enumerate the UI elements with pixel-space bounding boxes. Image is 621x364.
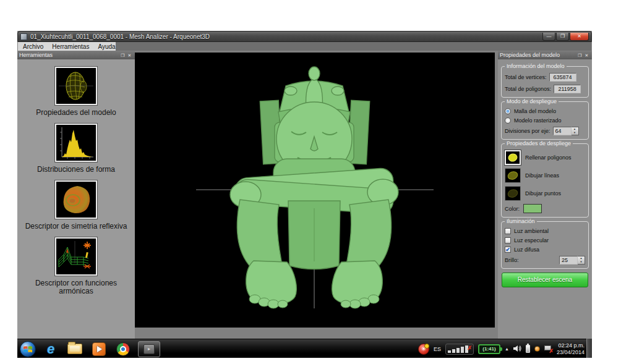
reset-scene-button[interactable]: Restablecer escena bbox=[502, 273, 588, 287]
divisions-spinner[interactable]: 64 ▲ ▼ bbox=[553, 127, 579, 135]
polygons-label: Total de poligonos: bbox=[505, 86, 551, 92]
xiuhtecuhtli-3d-model bbox=[135, 53, 495, 328]
title-bar[interactable]: 01_Xiuhtecuhtli_0011_0068_0001 - Mesh An… bbox=[17, 31, 592, 42]
update-tray-icon[interactable] bbox=[534, 346, 540, 352]
close-panel-icon[interactable]: ✕ bbox=[583, 52, 590, 59]
ie-icon: e bbox=[47, 342, 54, 356]
media-player-icon bbox=[92, 342, 106, 356]
divisions-value[interactable]: 64 bbox=[553, 127, 572, 135]
network-disconnected-icon[interactable]: ✗ bbox=[544, 345, 552, 353]
color-swatch[interactable] bbox=[523, 204, 542, 213]
color-label: Color: bbox=[505, 206, 520, 212]
symmetry-blob-thumbnail-icon[interactable] bbox=[55, 180, 97, 219]
group-title: Iluminación bbox=[505, 218, 537, 224]
tool-descriptor-funciones-armonicas[interactable]: Descriptor con funciones armónicas bbox=[17, 237, 135, 295]
fill-polygons-row: Rellenar poligonos bbox=[505, 150, 585, 165]
menu-archivo[interactable]: Archivo bbox=[23, 43, 43, 50]
radio-icon[interactable] bbox=[505, 117, 511, 124]
properties-panel-title: Propiedades del modelo bbox=[500, 52, 576, 58]
tools-panel-title: Herramientas bbox=[19, 52, 119, 58]
wireframe-head-thumbnail-icon[interactable] bbox=[55, 67, 97, 105]
tool-propiedades-del-modelo[interactable]: Propiedades del modelo bbox=[17, 67, 135, 117]
checkbox-icon[interactable]: ✔ bbox=[505, 237, 511, 243]
mesh-analizer-app-icon: ▸ bbox=[143, 344, 155, 354]
group-title: Modo de despliegue bbox=[505, 98, 559, 104]
maximize-button[interactable]: ❐ bbox=[556, 33, 569, 41]
start-button[interactable] bbox=[20, 341, 36, 357]
internet-explorer-taskbar-icon[interactable]: e bbox=[41, 341, 60, 357]
fill-polygons-button[interactable] bbox=[505, 150, 521, 165]
chrome-taskbar-icon[interactable] bbox=[114, 341, 132, 357]
model-info-group: Información del modelo Total de vertices… bbox=[501, 66, 589, 98]
float-panel-icon[interactable]: ❐ bbox=[119, 52, 126, 59]
taskbar: e ▸ ✳ ES ✗ (1:41) ▲ bbox=[17, 339, 592, 358]
tools-panel: Herramientas ❐ ✕ bbox=[17, 51, 135, 339]
divisions-label: Divisiones por eje: bbox=[505, 128, 550, 134]
checkbox-luz-ambiental[interactable]: ✔ Luz ambiental bbox=[505, 228, 585, 234]
brightness-value[interactable]: 25 bbox=[559, 256, 578, 265]
window-title: 01_Xiuhtecuhtli_0011_0068_0001 - Mesh An… bbox=[30, 33, 540, 40]
tools-panel-header: Herramientas ❐ ✕ bbox=[17, 51, 135, 59]
tool-label: Descriptor de simetria reflexiva bbox=[25, 222, 127, 231]
tool-label: Distribuciones de forma bbox=[37, 166, 115, 174]
draw-points-button[interactable] bbox=[505, 186, 521, 201]
display-mode-group: Modo de despliegue Malla del modelo Mode… bbox=[501, 101, 589, 140]
show-desktop-button[interactable] bbox=[586, 339, 592, 358]
app-icon bbox=[20, 33, 27, 40]
battery-meter-widget[interactable]: (1:41) bbox=[478, 344, 500, 354]
notification-app-icon[interactable]: ✳ bbox=[418, 344, 429, 355]
file-explorer-taskbar-icon[interactable] bbox=[66, 341, 84, 357]
taskbar-clock[interactable]: 02:24 p.m. 23/04/2014 bbox=[557, 342, 585, 356]
vertices-value: 635874 bbox=[549, 73, 576, 82]
checkbox-luz-difusa[interactable]: ✔ Luz difusa bbox=[505, 247, 585, 253]
draw-lines-button[interactable] bbox=[505, 168, 521, 183]
close-button[interactable]: ✕ bbox=[570, 33, 589, 41]
brightness-spinner[interactable]: 25 ▲ ▼ bbox=[559, 256, 585, 265]
application-window: 01_Xiuhtecuhtli_0011_0068_0001 - Mesh An… bbox=[17, 31, 592, 358]
lighting-group: Iluminación ✔ Luz ambiental ✔ Luz especu… bbox=[501, 221, 589, 269]
checkbox-luz-especular[interactable]: ✔ Luz especular bbox=[505, 237, 585, 243]
mesh-analizer-taskbar-button[interactable]: ▸ bbox=[138, 341, 160, 357]
tool-label: Descriptor con funciones armónicas bbox=[17, 279, 135, 295]
close-panel-icon[interactable]: ✕ bbox=[126, 52, 133, 59]
draw-lines-row: Dibujar líneas bbox=[505, 168, 585, 183]
screenshot-canvas: 01_Xiuhtecuhtli_0011_0068_0001 - Mesh An… bbox=[0, 0, 621, 364]
group-title: Información del modelo bbox=[505, 63, 567, 69]
minimize-button[interactable]: — bbox=[542, 33, 555, 41]
windows-flag-icon bbox=[24, 345, 32, 353]
spin-down-icon[interactable]: ▼ bbox=[578, 260, 585, 264]
radio-modelo-rasterizado[interactable]: Modelo rasterizado bbox=[505, 117, 585, 124]
language-indicator[interactable]: ES bbox=[434, 346, 441, 352]
properties-panel: Propiedades del modelo ❐ ✕ Información d… bbox=[498, 51, 592, 339]
clock-time: 02:24 p.m. bbox=[557, 342, 585, 349]
menu-bar: Archivo Herramientas Ayuda bbox=[18, 42, 591, 51]
spin-down-icon[interactable]: ▼ bbox=[572, 131, 578, 135]
checkbox-icon[interactable]: ✔ bbox=[505, 247, 511, 253]
properties-panel-header: Propiedades del modelo ❐ ✕ bbox=[498, 51, 592, 59]
float-panel-icon[interactable]: ❐ bbox=[576, 52, 583, 59]
battery-tray-icon[interactable] bbox=[526, 345, 530, 353]
show-hidden-icons-button[interactable]: ▲ bbox=[505, 347, 509, 351]
group-title: Propiedades de despliege bbox=[505, 140, 573, 146]
histogram-thumbnail-icon[interactable] bbox=[55, 124, 97, 162]
menu-herramientas[interactable]: Herramientas bbox=[52, 43, 89, 50]
tool-label: Propiedades del modelo bbox=[36, 109, 116, 117]
speaker-icon[interactable] bbox=[513, 345, 521, 353]
checkbox-icon[interactable]: ✔ bbox=[505, 228, 511, 234]
menu-strip: Archivo Herramientas Ayuda bbox=[18, 42, 116, 51]
brightness-label: Brillo: bbox=[505, 257, 519, 263]
no-wifi-icon: ✗ bbox=[467, 345, 472, 351]
3d-viewport[interactable] bbox=[135, 53, 495, 328]
tool-distribuciones-de-forma[interactable]: Distribuciones de forma bbox=[17, 124, 135, 174]
display-properties-group: Propiedades de despliege Rellenar poligo… bbox=[501, 143, 589, 218]
clock-date: 23/04/2014 bbox=[557, 349, 585, 356]
signal-meter-icon[interactable]: ✗ bbox=[445, 344, 474, 355]
menu-ayuda[interactable]: Ayuda bbox=[98, 43, 115, 50]
tool-descriptor-simetria-reflexiva[interactable]: Descriptor de simetria reflexiva bbox=[17, 180, 135, 231]
radio-icon[interactable] bbox=[505, 108, 511, 114]
folder-icon bbox=[67, 344, 82, 354]
harmonic-surface-thumbnail-icon[interactable] bbox=[55, 237, 97, 276]
radio-malla-del-modelo[interactable]: Malla del modelo bbox=[505, 108, 585, 114]
media-player-taskbar-icon[interactable] bbox=[90, 341, 108, 357]
chrome-icon bbox=[116, 342, 130, 356]
